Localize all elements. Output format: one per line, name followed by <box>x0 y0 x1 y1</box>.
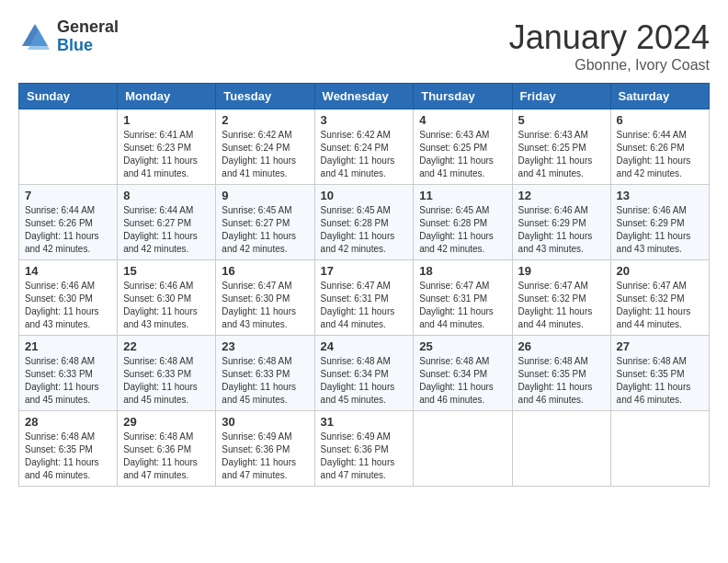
location-text: Gbonne, Ivory Coast <box>509 57 710 74</box>
logo-blue-text: Blue <box>57 37 119 55</box>
calendar-cell: 12Sunrise: 6:46 AMSunset: 6:29 PMDayligh… <box>512 185 610 260</box>
calendar-cell: 11Sunrise: 6:45 AMSunset: 6:28 PMDayligh… <box>414 185 512 260</box>
calendar-cell: 1Sunrise: 6:41 AMSunset: 6:23 PMDaylight… <box>118 109 216 185</box>
calendar-week-row: 7Sunrise: 6:44 AMSunset: 6:26 PMDaylight… <box>19 185 710 260</box>
day-number: 11 <box>419 189 506 202</box>
day-number: 15 <box>123 264 210 278</box>
calendar-cell: 17Sunrise: 6:47 AMSunset: 6:31 PMDayligh… <box>314 260 414 336</box>
calendar-cell: 21Sunrise: 6:48 AMSunset: 6:33 PMDayligh… <box>19 336 118 411</box>
calendar-cell: 28Sunrise: 6:48 AMSunset: 6:35 PMDayligh… <box>19 411 118 487</box>
day-info: Sunrise: 6:44 AMSunset: 6:26 PMDaylight:… <box>25 204 111 256</box>
calendar-cell: 9Sunrise: 6:45 AMSunset: 6:27 PMDaylight… <box>216 185 314 260</box>
calendar-cell <box>19 109 118 185</box>
day-info: Sunrise: 6:44 AMSunset: 6:27 PMDaylight:… <box>123 204 210 256</box>
weekday-header-saturday: Saturday <box>610 84 709 109</box>
day-number: 21 <box>25 339 111 353</box>
day-number: 12 <box>518 189 605 202</box>
calendar-cell: 26Sunrise: 6:48 AMSunset: 6:35 PMDayligh… <box>512 336 610 411</box>
logo-general-text: General <box>57 18 119 37</box>
day-info: Sunrise: 6:48 AMSunset: 6:34 PMDaylight:… <box>419 355 506 407</box>
day-number: 30 <box>222 415 308 429</box>
day-info: Sunrise: 6:49 AMSunset: 6:36 PMDaylight:… <box>321 431 408 482</box>
day-info: Sunrise: 6:47 AMSunset: 6:30 PMDaylight:… <box>222 280 308 331</box>
calendar-cell: 29Sunrise: 6:48 AMSunset: 6:36 PMDayligh… <box>118 411 216 487</box>
day-info: Sunrise: 6:43 AMSunset: 6:25 PMDaylight:… <box>419 129 506 180</box>
calendar-cell: 7Sunrise: 6:44 AMSunset: 6:26 PMDaylight… <box>19 185 118 260</box>
day-info: Sunrise: 6:48 AMSunset: 6:35 PMDaylight:… <box>518 355 605 407</box>
calendar-cell: 19Sunrise: 6:47 AMSunset: 6:32 PMDayligh… <box>512 260 610 336</box>
day-number: 4 <box>419 113 506 127</box>
calendar-week-row: 1Sunrise: 6:41 AMSunset: 6:23 PMDaylight… <box>19 109 710 185</box>
calendar-cell: 10Sunrise: 6:45 AMSunset: 6:28 PMDayligh… <box>314 185 414 260</box>
calendar-cell: 24Sunrise: 6:48 AMSunset: 6:34 PMDayligh… <box>314 336 414 411</box>
day-info: Sunrise: 6:47 AMSunset: 6:31 PMDaylight:… <box>321 280 408 331</box>
day-info: Sunrise: 6:48 AMSunset: 6:34 PMDaylight:… <box>321 355 408 407</box>
calendar-week-row: 21Sunrise: 6:48 AMSunset: 6:33 PMDayligh… <box>19 336 710 411</box>
day-info: Sunrise: 6:44 AMSunset: 6:26 PMDaylight:… <box>617 129 703 180</box>
calendar-cell: 18Sunrise: 6:47 AMSunset: 6:31 PMDayligh… <box>414 260 512 336</box>
day-info: Sunrise: 6:46 AMSunset: 6:30 PMDaylight:… <box>25 280 111 331</box>
day-info: Sunrise: 6:45 AMSunset: 6:27 PMDaylight:… <box>222 204 308 256</box>
calendar-table: SundayMondayTuesdayWednesdayThursdayFrid… <box>18 83 710 487</box>
day-number: 6 <box>617 113 703 127</box>
calendar-cell: 5Sunrise: 6:43 AMSunset: 6:25 PMDaylight… <box>512 109 610 185</box>
calendar-cell: 6Sunrise: 6:44 AMSunset: 6:26 PMDaylight… <box>610 109 709 185</box>
weekday-header-wednesday: Wednesday <box>314 84 414 109</box>
day-number: 31 <box>321 415 408 429</box>
day-info: Sunrise: 6:48 AMSunset: 6:35 PMDaylight:… <box>25 431 111 482</box>
calendar-cell: 27Sunrise: 6:48 AMSunset: 6:35 PMDayligh… <box>610 336 709 411</box>
calendar-cell: 23Sunrise: 6:48 AMSunset: 6:33 PMDayligh… <box>216 336 314 411</box>
day-info: Sunrise: 6:48 AMSunset: 6:33 PMDaylight:… <box>25 355 111 407</box>
calendar-week-row: 28Sunrise: 6:48 AMSunset: 6:35 PMDayligh… <box>19 411 710 487</box>
day-info: Sunrise: 6:48 AMSunset: 6:36 PMDaylight:… <box>123 431 210 482</box>
day-info: Sunrise: 6:48 AMSunset: 6:35 PMDaylight:… <box>617 355 703 407</box>
weekday-header-friday: Friday <box>512 84 610 109</box>
calendar-cell: 15Sunrise: 6:46 AMSunset: 6:30 PMDayligh… <box>118 260 216 336</box>
day-number: 5 <box>518 113 605 127</box>
day-number: 9 <box>222 189 308 202</box>
day-info: Sunrise: 6:43 AMSunset: 6:25 PMDaylight:… <box>518 129 605 180</box>
weekday-header-tuesday: Tuesday <box>216 84 314 109</box>
day-number: 10 <box>321 189 408 202</box>
day-info: Sunrise: 6:45 AMSunset: 6:28 PMDaylight:… <box>321 204 408 256</box>
calendar-cell: 22Sunrise: 6:48 AMSunset: 6:33 PMDayligh… <box>118 336 216 411</box>
day-number: 7 <box>25 189 111 202</box>
day-info: Sunrise: 6:48 AMSunset: 6:33 PMDaylight:… <box>222 355 308 407</box>
day-info: Sunrise: 6:42 AMSunset: 6:24 PMDaylight:… <box>222 129 308 180</box>
calendar-cell: 20Sunrise: 6:47 AMSunset: 6:32 PMDayligh… <box>610 260 709 336</box>
day-number: 16 <box>222 264 308 278</box>
day-number: 25 <box>419 339 506 353</box>
day-info: Sunrise: 6:48 AMSunset: 6:33 PMDaylight:… <box>123 355 210 407</box>
day-info: Sunrise: 6:47 AMSunset: 6:31 PMDaylight:… <box>419 280 506 331</box>
day-number: 22 <box>123 339 210 353</box>
weekday-header-monday: Monday <box>118 84 216 109</box>
calendar-cell: 13Sunrise: 6:46 AMSunset: 6:29 PMDayligh… <box>610 185 709 260</box>
day-info: Sunrise: 6:46 AMSunset: 6:29 PMDaylight:… <box>617 204 703 256</box>
day-number: 26 <box>518 339 605 353</box>
day-info: Sunrise: 6:49 AMSunset: 6:36 PMDaylight:… <box>222 431 308 482</box>
calendar-cell: 3Sunrise: 6:42 AMSunset: 6:24 PMDaylight… <box>314 109 414 185</box>
logo-icon <box>18 20 51 53</box>
day-number: 29 <box>123 415 210 429</box>
day-number: 13 <box>617 189 703 202</box>
day-info: Sunrise: 6:47 AMSunset: 6:32 PMDaylight:… <box>518 280 605 331</box>
calendar-cell: 31Sunrise: 6:49 AMSunset: 6:36 PMDayligh… <box>314 411 414 487</box>
calendar-cell: 8Sunrise: 6:44 AMSunset: 6:27 PMDaylight… <box>118 185 216 260</box>
calendar-cell: 25Sunrise: 6:48 AMSunset: 6:34 PMDayligh… <box>414 336 512 411</box>
calendar-cell: 30Sunrise: 6:49 AMSunset: 6:36 PMDayligh… <box>216 411 314 487</box>
weekday-header-sunday: Sunday <box>19 84 118 109</box>
day-number: 20 <box>617 264 703 278</box>
day-info: Sunrise: 6:46 AMSunset: 6:30 PMDaylight:… <box>123 280 210 331</box>
title-block: January 2024 Gbonne, Ivory Coast <box>509 18 710 74</box>
day-info: Sunrise: 6:45 AMSunset: 6:28 PMDaylight:… <box>419 204 506 256</box>
day-number: 18 <box>419 264 506 278</box>
page-header: General Blue January 2024 Gbonne, Ivory … <box>18 18 710 74</box>
day-number: 17 <box>321 264 408 278</box>
logo: General Blue <box>18 18 119 55</box>
day-info: Sunrise: 6:41 AMSunset: 6:23 PMDaylight:… <box>123 129 210 180</box>
day-number: 27 <box>617 339 703 353</box>
calendar-cell: 2Sunrise: 6:42 AMSunset: 6:24 PMDaylight… <box>216 109 314 185</box>
day-number: 28 <box>25 415 111 429</box>
weekday-header-thursday: Thursday <box>414 84 512 109</box>
day-number: 1 <box>123 113 210 127</box>
